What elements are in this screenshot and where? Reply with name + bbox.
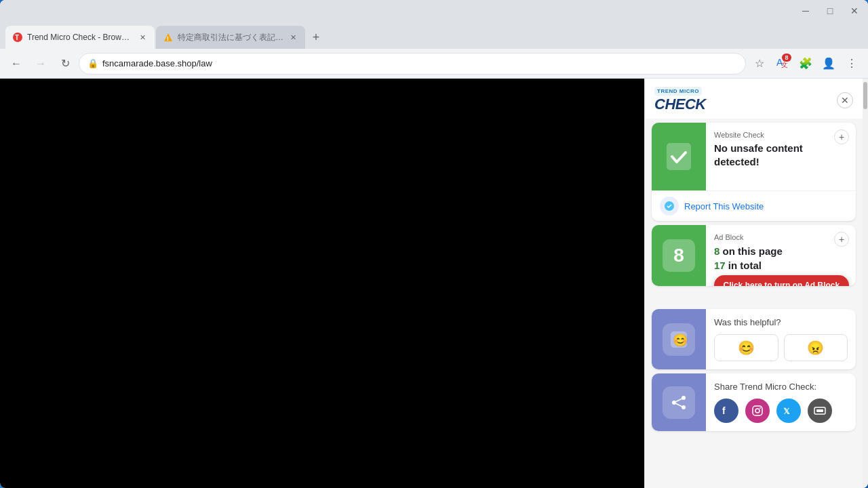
tab-favicon-1: T xyxy=(12,32,23,43)
svg-line-14 xyxy=(674,403,684,407)
tab-favicon-2: ! xyxy=(163,32,174,43)
svg-text:T: T xyxy=(15,34,19,41)
window-close-button[interactable]: ✕ xyxy=(846,3,863,19)
tab-title-1: Trend Micro Check - Browser Se... xyxy=(27,33,133,42)
thumbs-up-icon: 😊 xyxy=(669,330,688,349)
share-body: Share Trend Micro Check: f xyxy=(706,373,856,431)
extensions-button[interactable]: 🧩 xyxy=(795,53,816,75)
twitter-share-button[interactable]: 𝕏 xyxy=(776,399,801,423)
share-icon-area xyxy=(652,373,706,431)
share-buttons: f 𝕏 xyxy=(714,399,848,423)
menu-button[interactable]: ⋮ xyxy=(841,53,863,75)
tm-panel-wrapper: TREND MICRO CHECK ✕ xyxy=(644,79,868,488)
share-icon xyxy=(663,386,695,419)
ad-block-icon-area: 8 xyxy=(652,225,706,286)
tab-active[interactable]: T Trend Micro Check - Browser Se... ✕ xyxy=(5,26,155,49)
ad-count-badge: 8 xyxy=(663,239,695,272)
website-check-label: Website Check xyxy=(714,131,849,139)
ad-on-page-text: on this page xyxy=(723,245,783,257)
tm-close-button[interactable]: ✕ xyxy=(837,92,853,108)
helpful-negative-button[interactable]: 😠 xyxy=(784,334,848,361)
svg-text:f: f xyxy=(722,405,726,416)
svg-rect-6 xyxy=(667,143,691,170)
tm-header: TREND MICRO CHECK ✕ xyxy=(645,79,863,119)
toolbar-actions: ☆ A 文 8 🧩 👤 ⋮ xyxy=(749,53,863,75)
refresh-button[interactable]: ↻ xyxy=(54,53,76,75)
tooltip-spacer xyxy=(645,290,863,305)
address-text: fsncamarade.base.shop/law xyxy=(102,58,737,68)
translate-badge: 8 xyxy=(782,54,791,62)
svg-text:文: 文 xyxy=(781,61,788,68)
tm-logo: TREND MICRO CHECK xyxy=(654,87,706,113)
browser-window: ─ □ ✕ T Trend Micro Check - Browser Se..… xyxy=(0,0,868,488)
other-share-button[interactable] xyxy=(808,399,832,423)
ad-total-text: in total xyxy=(728,260,762,271)
back-button[interactable]: ← xyxy=(5,53,27,75)
window-controls: ─ □ ✕ xyxy=(797,3,863,19)
helpful-question: Was this helpful? xyxy=(714,317,848,327)
ad-block-label: Ad Block xyxy=(714,233,849,241)
website-check-card: Website Check No unsafe content detected… xyxy=(652,123,856,221)
svg-rect-16 xyxy=(753,406,762,415)
maximize-button[interactable]: □ xyxy=(822,3,838,19)
lock-icon: 🔒 xyxy=(87,58,98,68)
profile-button[interactable]: 👤 xyxy=(818,53,840,75)
report-section: Report This Website xyxy=(652,190,856,221)
svg-text:😊: 😊 xyxy=(673,333,688,348)
tab-close-2[interactable]: ✕ xyxy=(288,32,298,43)
helpful-card: 😊 Was this helpful? 😊 😠 xyxy=(652,309,856,369)
tab-title-2: 特定商取引法に基づく表記 | fsnca... xyxy=(178,32,283,43)
translate-button[interactable]: A 文 8 xyxy=(772,53,793,75)
ad-count-total-number: 17 xyxy=(714,260,726,271)
ad-stat-total: 17 in total xyxy=(714,258,849,272)
share-label: Share Trend Micro Check: xyxy=(714,382,848,392)
ad-block-tooltip[interactable]: Click here to turn on Ad Block xyxy=(714,275,850,286)
helpful-buttons: 😊 😠 xyxy=(714,334,848,361)
website-check-body: Website Check No unsafe content detected… xyxy=(706,123,856,190)
ad-count-on-page-number: 8 xyxy=(714,245,719,257)
card-top: Website Check No unsafe content detected… xyxy=(652,123,856,190)
helpful-icon: 😊 xyxy=(663,323,695,356)
helpful-positive-button[interactable]: 😊 xyxy=(714,334,778,361)
svg-rect-21 xyxy=(816,409,823,412)
svg-line-13 xyxy=(674,398,684,403)
title-bar: ─ □ ✕ xyxy=(0,0,868,22)
minimize-button[interactable]: ─ xyxy=(797,3,814,19)
tm-brand-top: TREND MICRO xyxy=(654,87,702,96)
tm-panel-scroll: Website Check No unsafe content detected… xyxy=(645,119,863,488)
forward-button[interactable]: → xyxy=(30,53,52,75)
tab-bar: T Trend Micro Check - Browser Se... ✕ ! … xyxy=(0,22,868,49)
toolbar: ← → ↻ 🔒 fsncamarade.base.shop/law ☆ A 文 … xyxy=(0,49,868,79)
instagram-share-button[interactable] xyxy=(745,399,770,423)
website-check-title: No unsafe content detected! xyxy=(714,142,849,168)
helpful-body: Was this helpful? 😊 😠 xyxy=(706,309,856,369)
svg-point-18 xyxy=(760,407,761,409)
tab-close-1[interactable]: ✕ xyxy=(137,32,148,43)
bookmark-button[interactable]: ☆ xyxy=(749,53,770,75)
tm-brand-check: CHECK xyxy=(654,96,706,113)
website-check-icon-area xyxy=(652,123,706,190)
helpful-icon-area: 😊 xyxy=(652,309,706,369)
new-tab-button[interactable]: + xyxy=(307,28,326,47)
shield-check-icon xyxy=(663,140,695,173)
svg-text:𝕏: 𝕏 xyxy=(783,407,790,416)
facebook-share-button[interactable]: f xyxy=(714,399,738,423)
scrollbar-thumb[interactable] xyxy=(863,82,867,109)
website-check-title-line2: detected! xyxy=(714,156,760,167)
tab-inactive[interactable]: ! 特定商取引法に基づく表記 | fsnca... ✕ xyxy=(156,26,305,49)
svg-text:!: ! xyxy=(167,35,169,42)
svg-point-17 xyxy=(755,409,760,413)
share-icon-svg xyxy=(670,394,688,411)
address-bar[interactable]: 🔒 fsncamarade.base.shop/law xyxy=(79,53,746,75)
share-card: Share Trend Micro Check: f xyxy=(652,373,856,431)
report-icon xyxy=(660,197,679,216)
scrollbar xyxy=(863,79,868,488)
trend-micro-panel: TREND MICRO CHECK ✕ xyxy=(644,79,863,488)
ad-stat-on-page: 8 on this page xyxy=(714,244,849,258)
report-website-link[interactable]: Report This Website xyxy=(684,201,764,211)
main-page-content xyxy=(0,79,644,488)
website-check-title-line1: No unsafe content xyxy=(714,142,803,154)
ad-block-card: 8 Ad Block 8 on this page 17 xyxy=(652,225,856,286)
page-content: TREND MICRO CHECK ✕ xyxy=(0,79,868,488)
